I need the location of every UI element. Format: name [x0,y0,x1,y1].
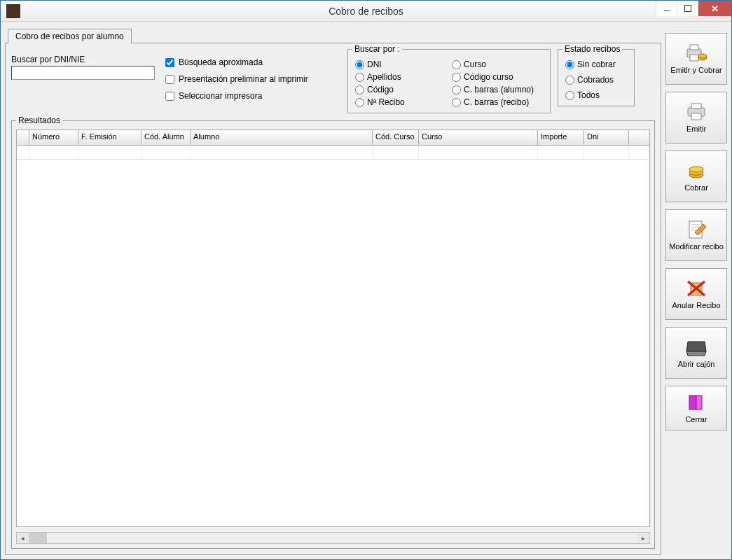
column-header[interactable]: Número [29,130,78,145]
modificar-label: Modificar recibo [669,242,724,251]
buscar-col1: DNI Apellidos Código Nª Recibo [355,59,446,107]
emitir-label: Emitir [686,125,706,133]
scroll-right-button[interactable]: ▸ [637,533,649,543]
radio-cbarras-recibo-label: C. barras (recibo) [464,97,529,107]
close-button[interactable]: ✕ [698,1,731,16]
svg-point-4 [698,54,707,58]
tab-cobro-por-alumno[interactable]: Cobro de recibos por alumno [8,29,132,43]
radio-dni[interactable] [355,60,364,69]
emitir-button[interactable]: Emitir [665,92,727,144]
radio-apellidos[interactable] [355,73,364,82]
check-preview-label: Presentación preliminar al imprimir [179,74,308,84]
maximize-button[interactable] [677,1,698,16]
cell [29,146,78,159]
cobrar-label: Cobrar [684,183,708,192]
window-buttons: ✕ [656,1,731,16]
cell [78,146,141,159]
radio-curso-label: Curso [464,59,486,69]
svg-rect-21 [689,396,696,410]
grid-header: NúmeroF. EmisiónCód. AlumnAlumnoCód. Cur… [17,130,649,146]
cell [141,146,191,159]
modificar-recibo-button[interactable]: Modificar recibo [665,209,727,261]
radio-curso[interactable] [452,60,461,69]
abrir-cajon-button[interactable]: Abrir cajón [665,327,727,379]
delete-icon [685,279,707,298]
radio-codigo[interactable] [355,85,364,94]
svg-rect-22 [696,396,702,410]
cobrar-button[interactable]: Cobrar [665,150,727,202]
column-header[interactable]: F. Emisión [78,130,141,145]
printer-coins-icon [685,43,707,63]
emitir-cobrar-label: Emitir y Cobrar [670,66,721,74]
exit-icon [685,393,707,412]
cerrar-button[interactable]: Cerrar [665,386,727,430]
column-header[interactable]: Dni [584,130,629,145]
search-input[interactable] [11,66,155,80]
search-label: Buscar por DNI/NIE [11,55,158,64]
anular-recibo-button[interactable]: Anular Recibo [665,268,727,320]
column-header[interactable]: Importe [538,130,584,145]
check-select-printer-label: Seleccionar impresora [179,91,262,101]
group-buscar-por: Buscar por : DNI Apellidos Código Nª Rec… [347,49,551,113]
check-preview[interactable] [165,75,174,84]
window-title: Cobro de recibos [329,6,403,17]
results-grid[interactable]: NúmeroF. EmisiónCód. AlumnAlumnoCód. Cur… [16,130,650,527]
horizontal-scrollbar[interactable]: ◂ ▸ [16,532,650,544]
svg-point-10 [689,167,703,172]
tab-content: Buscar por DNI/NIE Búsqueda aproximada P… [5,43,661,555]
app-icon [6,4,20,18]
column-header[interactable] [17,130,29,145]
check-busqueda-aprox-label: Búsqueda aproximada [179,57,263,67]
radio-dni-label: DNI [367,59,382,69]
group-resultados-legend: Resultados [16,115,62,125]
group-resultados: Resultados NúmeroF. EmisiónCód. AlumnAlu… [11,120,655,549]
radio-cbarras-alumno[interactable] [452,85,461,94]
cell [17,146,29,159]
buscar-col2: Curso Código curso C. barras (alumno) C.… [452,59,543,107]
anular-label: Anular Recibo [672,301,720,309]
radio-nrecibo-label: Nª Recibo [367,97,405,107]
cell [584,146,629,159]
radio-todos[interactable] [565,91,574,100]
titlebar: Cobro de recibos ✕ [1,1,731,22]
minimize-button[interactable] [656,1,677,16]
radio-cbarras-alumno-label: C. barras (alumno) [464,85,534,94]
svg-marker-19 [686,342,706,351]
group-buscar-por-legend: Buscar por : [352,44,402,54]
cash-drawer-icon [685,337,707,357]
scroll-left-button[interactable]: ◂ [17,533,29,543]
column-header[interactable]: Cód. Alumn [141,130,191,145]
svg-marker-20 [686,351,706,356]
edit-document-icon [685,220,707,239]
printer-icon [685,102,707,122]
cell [538,146,584,159]
radio-cobrados[interactable] [565,76,574,85]
column-header[interactable]: Curso [419,130,538,145]
group-estado-recibos: Estado recibos Sin cobrar Cobrados Todos [558,49,635,106]
radio-codigo-label: Código [367,85,394,94]
svg-rect-6 [691,104,701,108]
radio-sin-cobrar[interactable] [565,60,574,69]
column-header[interactable]: Alumno [191,130,373,145]
sidebar: Emitir y Cobrar Emitir Cobrar Modificar … [665,26,727,555]
emitir-cobrar-button[interactable]: Emitir y Cobrar [665,33,727,85]
radio-cobrados-label: Cobrados [577,75,614,85]
cerrar-label: Cerrar [685,415,707,424]
group-estado-legend: Estado recibos [562,44,622,54]
svg-rect-7 [691,113,701,120]
cell [419,146,538,159]
radio-nrecibo[interactable] [355,98,364,107]
radio-cbarras-recibo[interactable] [452,98,461,107]
abrir-cajon-label: Abrir cajón [678,360,715,368]
column-header[interactable]: Cód. Curso [373,130,419,145]
svg-rect-2 [690,55,698,61]
table-row[interactable] [17,146,649,160]
check-busqueda-aprox[interactable] [165,58,174,67]
radio-codigo-curso-label: Código curso [464,72,513,82]
radio-codigo-curso[interactable] [452,73,461,82]
coins-icon [685,161,707,181]
tabstrip: Cobro de recibos por alumno [5,26,661,43]
check-select-printer[interactable] [165,92,174,101]
scroll-thumb[interactable] [29,533,47,543]
cell [191,146,373,159]
